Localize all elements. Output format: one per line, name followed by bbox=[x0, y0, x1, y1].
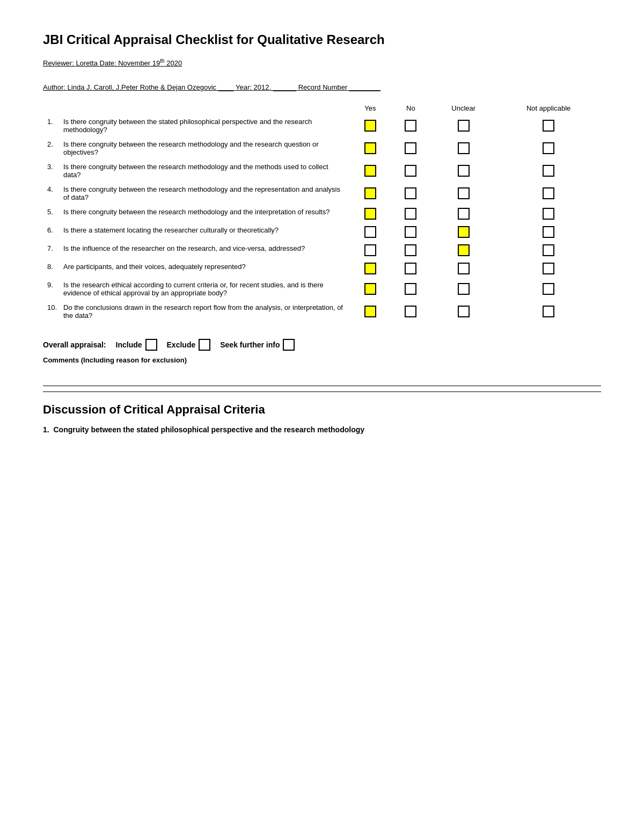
not-applicable-checkbox-5[interactable] bbox=[543, 208, 554, 220]
yes-checkbox-3[interactable] bbox=[364, 165, 376, 177]
not-applicable-cell-9 bbox=[496, 278, 601, 300]
not-applicable-cell-6 bbox=[496, 223, 601, 241]
yes-checkbox-1[interactable] bbox=[364, 120, 376, 132]
not-applicable-checkbox-10[interactable] bbox=[543, 306, 554, 317]
question-num: 10. bbox=[47, 303, 63, 311]
question-cell-1: 1.Is there congruity between the stated … bbox=[43, 114, 350, 137]
not-applicable-cell-8 bbox=[496, 259, 601, 278]
question-text: Is there congruity between the research … bbox=[63, 185, 346, 201]
yes-checkbox-10[interactable] bbox=[364, 306, 376, 317]
not-applicable-cell-10 bbox=[496, 300, 601, 323]
unclear-checkbox-4[interactable] bbox=[458, 187, 470, 199]
yes-checkbox-4[interactable] bbox=[364, 187, 376, 199]
no-col-header: No bbox=[391, 102, 431, 114]
unclear-checkbox-3[interactable] bbox=[458, 165, 470, 177]
not-applicable-cell-2 bbox=[496, 137, 601, 159]
exclude-checkbox[interactable] bbox=[199, 339, 210, 351]
not-applicable-checkbox-3[interactable] bbox=[543, 165, 554, 177]
yes-checkbox-6[interactable] bbox=[364, 226, 376, 238]
no-checkbox-7[interactable] bbox=[405, 244, 416, 256]
table-row: 6.Is there a statement locating the rese… bbox=[43, 223, 601, 241]
unclear-checkbox-9[interactable] bbox=[458, 283, 470, 295]
not-applicable-checkbox-7[interactable] bbox=[543, 244, 554, 256]
discussion-item-1: 1. Congruity between the stated philosop… bbox=[43, 425, 601, 434]
not-applicable-cell-7 bbox=[496, 241, 601, 259]
table-row: 5.Is there congruity between the researc… bbox=[43, 205, 601, 223]
no-checkbox-8[interactable] bbox=[405, 263, 416, 274]
question-cell-4: 4.Is there congruity between the researc… bbox=[43, 182, 350, 205]
no-checkbox-3[interactable] bbox=[405, 165, 416, 177]
question-num: 2. bbox=[47, 140, 63, 148]
question-col-header bbox=[43, 102, 350, 114]
unclear-cell-6 bbox=[431, 223, 496, 241]
question-text: Is there congruity between the research … bbox=[63, 163, 346, 179]
unclear-cell-8 bbox=[431, 259, 496, 278]
unclear-checkbox-5[interactable] bbox=[458, 208, 470, 220]
no-cell-10 bbox=[391, 300, 431, 323]
not-applicable-checkbox-4[interactable] bbox=[543, 187, 554, 199]
question-cell-5: 5.Is there congruity between the researc… bbox=[43, 205, 350, 223]
table-row: 7.Is the influence of the researcher on … bbox=[43, 241, 601, 259]
yes-cell-9 bbox=[350, 278, 391, 300]
record-value: ________ bbox=[349, 83, 380, 91]
question-cell-10: 10.Do the conclusions drawn in the resea… bbox=[43, 300, 350, 323]
unclear-checkbox-1[interactable] bbox=[458, 120, 470, 132]
seek-further-info-checkbox[interactable] bbox=[283, 339, 295, 351]
question-text: Is there congruity between the research … bbox=[63, 208, 330, 216]
no-checkbox-4[interactable] bbox=[405, 187, 416, 199]
question-cell-2: 2.Is there congruity between the researc… bbox=[43, 137, 350, 159]
unclear-checkbox-7[interactable] bbox=[458, 244, 470, 256]
question-text: Is the influence of the researcher on th… bbox=[63, 244, 305, 252]
unclear-cell-3 bbox=[431, 159, 496, 182]
question-num: 9. bbox=[47, 281, 63, 289]
unclear-col-header: Unclear bbox=[431, 102, 496, 114]
question-num: 5. bbox=[47, 208, 63, 216]
date-label: Date: November 19th 2020 bbox=[100, 59, 182, 67]
question-num: 6. bbox=[47, 226, 63, 234]
yes-cell-7 bbox=[350, 241, 391, 259]
not-applicable-checkbox-9[interactable] bbox=[543, 283, 554, 295]
include-checkbox[interactable] bbox=[145, 339, 157, 351]
unclear-checkbox-10[interactable] bbox=[458, 306, 470, 317]
no-cell-9 bbox=[391, 278, 431, 300]
not-applicable-cell-3 bbox=[496, 159, 601, 182]
question-num: 3. bbox=[47, 163, 63, 171]
not-applicable-checkbox-8[interactable] bbox=[543, 263, 554, 274]
yes-checkbox-8[interactable] bbox=[364, 263, 376, 274]
question-cell-3: 3.Is there congruity between the researc… bbox=[43, 159, 350, 182]
not-applicable-col-header: Not applicable bbox=[496, 102, 601, 114]
question-cell-6: 6.Is there a statement locating the rese… bbox=[43, 223, 350, 241]
unclear-checkbox-2[interactable] bbox=[458, 142, 470, 154]
unclear-checkbox-6[interactable] bbox=[458, 226, 470, 238]
seek-further-info-label: Seek further info bbox=[220, 340, 280, 349]
yes-checkbox-2[interactable] bbox=[364, 142, 376, 154]
yes-cell-10 bbox=[350, 300, 391, 323]
yes-checkbox-7[interactable] bbox=[364, 244, 376, 256]
discussion-title: Discussion of Critical Appraisal Criteri… bbox=[43, 403, 601, 417]
question-cell-9: 9.Is the research ethical according to c… bbox=[43, 278, 350, 300]
divider-2 bbox=[43, 391, 601, 392]
no-checkbox-1[interactable] bbox=[405, 120, 416, 132]
not-applicable-checkbox-1[interactable] bbox=[543, 120, 554, 132]
not-applicable-checkbox-2[interactable] bbox=[543, 142, 554, 154]
reviewer-label: Reviewer: bbox=[43, 59, 74, 67]
question-text: Do the conclusions drawn in the research… bbox=[63, 303, 346, 320]
no-checkbox-9[interactable] bbox=[405, 283, 416, 295]
no-checkbox-6[interactable] bbox=[405, 226, 416, 238]
no-checkbox-2[interactable] bbox=[405, 142, 416, 154]
yes-cell-2 bbox=[350, 137, 391, 159]
yes-checkbox-9[interactable] bbox=[364, 283, 376, 295]
year-label: Year: bbox=[236, 83, 252, 91]
no-checkbox-5[interactable] bbox=[405, 208, 416, 220]
no-checkbox-10[interactable] bbox=[405, 306, 416, 317]
unclear-checkbox-8[interactable] bbox=[458, 263, 470, 274]
question-text: Are participants, and their voices, adeq… bbox=[63, 263, 246, 271]
yes-checkbox-5[interactable] bbox=[364, 208, 376, 220]
table-row: 4.Is there congruity between the researc… bbox=[43, 182, 601, 205]
question-cell-7: 7.Is the influence of the researcher on … bbox=[43, 241, 350, 259]
yes-cell-5 bbox=[350, 205, 391, 223]
not-applicable-checkbox-6[interactable] bbox=[543, 226, 554, 238]
question-text: Is there congruity between the research … bbox=[63, 140, 346, 156]
include-option: Include bbox=[116, 339, 157, 351]
not-applicable-cell-4 bbox=[496, 182, 601, 205]
